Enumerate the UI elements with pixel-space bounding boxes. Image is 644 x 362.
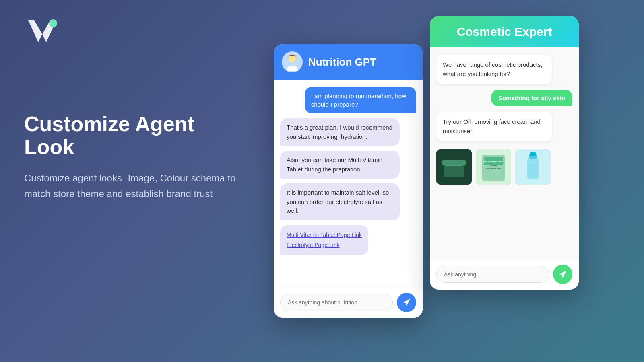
nutrition-header: Nutrition GPT <box>274 44 423 80</box>
cosmetic-send-button[interactable] <box>553 265 572 284</box>
cosmetic-header: Cosmetic Expert <box>430 16 579 47</box>
nutrition-msg-user-1: I am planning to run marathon, how shoul… <box>305 87 416 113</box>
page-description: Customize agent looks- Image, Colour sch… <box>24 171 246 202</box>
nutrition-avatar <box>282 51 303 72</box>
multivitamin-link[interactable]: Multi Vitamin Tablet Page Link <box>287 230 362 240</box>
nutrition-input[interactable] <box>280 294 393 311</box>
svg-text:1% Salicylic Acid: 1% Salicylic Acid <box>484 160 504 163</box>
electrolyte-link[interactable]: Electrolyte Page Link <box>287 240 362 250</box>
svg-rect-6 <box>445 165 463 166</box>
send-icon <box>402 298 411 307</box>
cosmetic-msg-user-1: Something for oily skin <box>491 90 572 106</box>
cosmetic-chat-widget: Cosmetic Expert We have range of cosmeti… <box>430 16 579 290</box>
nutrition-msg-links: Multi Vitamin Tablet Page Link Electroly… <box>280 225 368 255</box>
product-image-2: 1% Salicylic Acid Oil-Free Face Moisturi… <box>476 149 511 185</box>
cosmetic-header-title: Cosmetic Expert <box>457 25 552 38</box>
product-image-1 <box>436 149 472 185</box>
svg-rect-14 <box>527 157 539 179</box>
svg-text:Face Moisturizer: Face Moisturizer <box>486 167 501 170</box>
svg-rect-16 <box>530 152 536 156</box>
nutrition-header-title: Nutrition GPT <box>308 56 376 68</box>
product-images: 1% Salicylic Acid Oil-Free Face Moisturi… <box>436 149 551 185</box>
svg-point-0 <box>49 19 57 27</box>
cosmetic-input-row <box>430 259 579 290</box>
nutrition-msg-bot-1: That's a great plan. I would recommend y… <box>280 118 400 146</box>
left-content: Customize Agent Look Customize agent loo… <box>24 113 246 202</box>
page-heading: Customize Agent Look <box>24 113 246 158</box>
nutrition-messages: I am planning to run marathon, how shoul… <box>274 80 423 287</box>
nutrition-send-button[interactable] <box>397 293 416 312</box>
cosmetic-msg-bot-1: We have range of cosmetic products, what… <box>436 55 552 84</box>
send-icon-cosmetic <box>558 270 567 279</box>
nutrition-input-row <box>274 287 423 318</box>
nutrition-msg-bot-3: It is important to maintain salt level, … <box>280 183 400 220</box>
cosmetic-msg-bot-2: Try our Oil removing face cream and mois… <box>436 112 552 141</box>
svg-text:Oil-Free: Oil-Free <box>490 164 497 167</box>
cosmetic-input[interactable] <box>436 266 549 283</box>
nutrition-msg-bot-2: Also, you can take our Multi Vitamin Tab… <box>280 151 400 179</box>
svg-point-2 <box>289 55 296 62</box>
logo-icon <box>24 16 60 48</box>
cosmetic-messages: We have range of cosmetic products, what… <box>430 47 579 259</box>
svg-rect-17 <box>529 162 537 163</box>
nutrition-chat-widget: Nutrition GPT I am planning to run marat… <box>274 44 423 318</box>
product-image-3 <box>515 149 551 185</box>
logo-area <box>24 16 60 50</box>
